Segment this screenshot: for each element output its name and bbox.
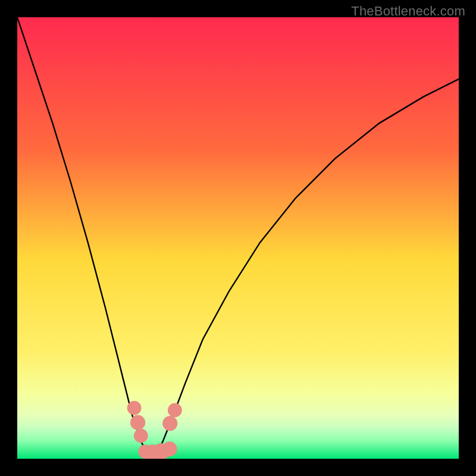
- bottleneck-chart: [17, 17, 459, 459]
- watermark-text: TheBottleneck.com: [351, 4, 465, 19]
- left-cluster-3: [134, 429, 148, 443]
- plot-area: [17, 17, 459, 459]
- left-cluster-1: [127, 401, 142, 415]
- right-cluster-2: [168, 403, 182, 418]
- right-cluster-1: [162, 416, 177, 431]
- left-cluster-2: [130, 415, 145, 430]
- bottom-4: [162, 441, 177, 456]
- gradient-background: [17, 17, 459, 459]
- chart-container: TheBottleneck.com: [0, 0, 476, 476]
